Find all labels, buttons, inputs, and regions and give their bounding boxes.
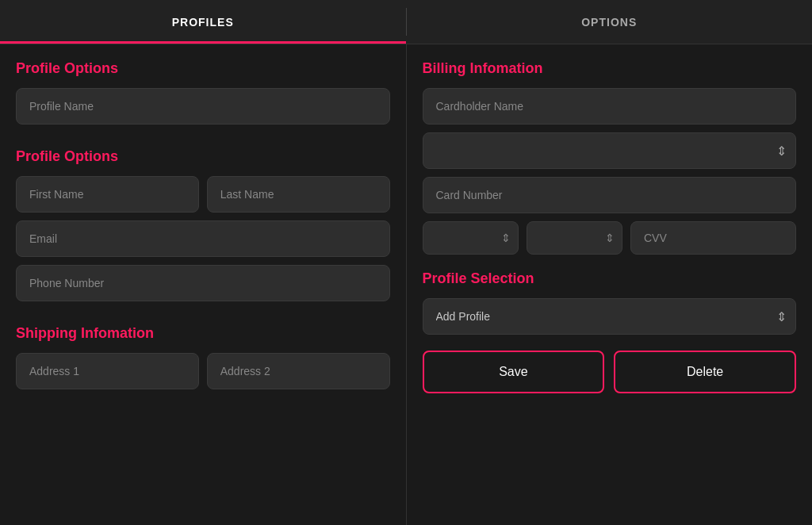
profile-select[interactable]: Add Profile	[423, 298, 797, 335]
profile-name-input[interactable]	[16, 88, 390, 125]
profile-select-wrapper: Add Profile ⇕	[423, 298, 797, 335]
cvv-input[interactable]	[630, 221, 796, 255]
right-panel: Billing Infomation United States United …	[407, 44, 813, 525]
left-panel: Profile Options Profile Options Shipping…	[0, 44, 407, 525]
profile-selection-section: Profile Selection Add Profile ⇕	[423, 270, 797, 335]
cardholder-name-input[interactable]	[423, 88, 797, 125]
profile-selection-title: Profile Selection	[423, 270, 797, 287]
tab-profiles-label: PROFILES	[172, 16, 234, 29]
name-row	[16, 176, 390, 213]
save-button[interactable]: Save	[423, 351, 605, 393]
billing-title: Billing Infomation	[423, 60, 797, 77]
last-name-input[interactable]	[207, 176, 390, 213]
exp-month-wrapper: 01 02 03 04 05 06 07 08 09 10 11 12	[423, 221, 519, 255]
tab-bar: PROFILES OPTIONS	[0, 0, 812, 44]
phone-input[interactable]	[16, 265, 390, 301]
card-number-input[interactable]	[423, 177, 797, 213]
first-name-input[interactable]	[16, 176, 199, 213]
profile-details-section: Profile Options	[16, 148, 390, 309]
expiry-cvv-row: 01 02 03 04 05 06 07 08 09 10 11 12	[423, 221, 797, 255]
profile-details-title: Profile Options	[16, 148, 390, 165]
address1-input[interactable]	[16, 353, 199, 389]
exp-month-select[interactable]: 01 02 03 04 05 06 07 08 09 10 11 12	[423, 221, 519, 255]
app-container: PROFILES OPTIONS Profile Options Profile…	[0, 0, 812, 525]
exp-year-wrapper: 2024 2025 2026 2027 2028 2029 2030 ⇕	[527, 221, 622, 255]
shipping-title: Shipping Infomation	[16, 325, 390, 342]
tab-options-label: OPTIONS	[581, 16, 637, 29]
country-select-wrapper: United States United Kingdom Canada ⇕	[423, 132, 797, 169]
action-buttons: Save Delete	[423, 351, 797, 393]
shipping-section: Shipping Infomation	[16, 325, 390, 389]
tab-profiles[interactable]: PROFILES	[0, 0, 406, 44]
address2-input[interactable]	[207, 353, 390, 389]
profile-options-section: Profile Options	[16, 60, 390, 132]
address-row	[16, 353, 390, 389]
profile-options-title: Profile Options	[16, 60, 390, 77]
tab-options[interactable]: OPTIONS	[407, 0, 813, 44]
delete-button[interactable]: Delete	[614, 351, 796, 393]
country-select[interactable]: United States United Kingdom Canada	[423, 132, 797, 169]
exp-year-select[interactable]: 2024 2025 2026 2027 2028 2029 2030	[527, 221, 622, 255]
email-input[interactable]	[16, 220, 390, 257]
billing-section: Billing Infomation United States United …	[423, 60, 797, 255]
main-content: Profile Options Profile Options Shipping…	[0, 44, 812, 525]
